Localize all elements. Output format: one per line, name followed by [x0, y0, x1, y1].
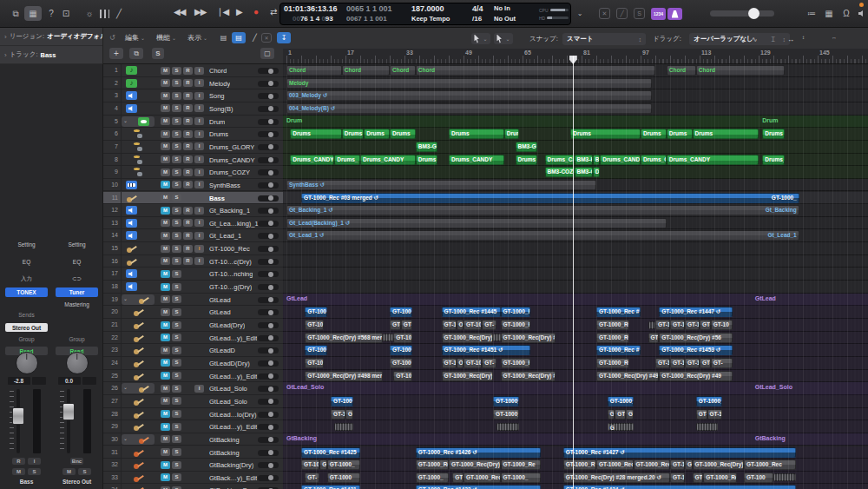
mute-button[interactable]: M	[161, 117, 170, 125]
solo-button[interactable]: S	[78, 468, 91, 475]
region[interactable]: GT-1	[670, 358, 685, 368]
track-volume-slider[interactable]	[258, 271, 279, 277]
region[interactable]: Drums	[693, 129, 760, 139]
region[interactable]: GT-1000_Rec #1451 ↺	[442, 345, 530, 355]
region[interactable]: Gt_Lead_1 ↺Gt_Lead_1	[286, 230, 799, 241]
region[interactable]: G	[685, 459, 693, 470]
region[interactable]: GT-1000_Rec(Dry) #49	[659, 371, 733, 381]
region[interactable]: GT-1000_Rec(Dry) #498	[501, 371, 556, 381]
track-volume-slider[interactable]	[258, 322, 279, 328]
forward-button[interactable]: ▶▶	[194, 7, 206, 17]
region[interactable]: GT-1000_R	[501, 320, 530, 330]
track-header-options-button[interactable]: ▢	[260, 48, 274, 59]
region[interactable]: BM3-GLO	[416, 142, 438, 152]
mute-button[interactable]: M	[161, 385, 170, 393]
track-volume-slider[interactable]	[258, 246, 279, 252]
mute-button[interactable]: M	[161, 169, 170, 176]
duplicate-track-button[interactable]: ⧉	[129, 48, 143, 59]
region[interactable]	[648, 321, 656, 329]
track-volume-slider[interactable]	[258, 233, 279, 239]
mute-button[interactable]: M	[161, 194, 170, 202]
region[interactable]: GT-10	[442, 320, 457, 330]
solo-button[interactable]: S	[172, 334, 181, 341]
region[interactable]: Drums_CANDY	[449, 155, 504, 165]
waveform-zoom-icon[interactable]: ∿	[748, 34, 760, 45]
track-volume-slider[interactable]	[258, 462, 279, 468]
region[interactable]: GT-100	[744, 472, 773, 483]
input-monitor-button[interactable]: I	[194, 257, 204, 265]
region[interactable]: GT-1	[685, 320, 700, 330]
region[interactable]	[496, 423, 519, 431]
region[interactable]: Drums_	[334, 155, 360, 165]
region[interactable]: Drums_C	[416, 155, 438, 165]
region[interactable]: GT-1000_Rec(Dr	[464, 472, 501, 483]
region[interactable]: GT-	[482, 358, 496, 368]
region[interactable]: GT-1000_Rec #	[596, 345, 641, 355]
mute-button[interactable]: M	[161, 321, 170, 329]
solo-button[interactable]: S	[172, 142, 181, 150]
region[interactable]: GT-10	[301, 459, 319, 470]
region[interactable]: GT-	[482, 320, 496, 330]
metronome-button[interactable]	[667, 8, 682, 20]
toolbar-toggle-icon[interactable]: ⊡	[59, 6, 73, 21]
track-header-row[interactable]: 28MSGtLead…lo(Dry)	[103, 408, 283, 421]
input-monitor-button[interactable]: I	[194, 155, 204, 163]
region[interactable]: GT	[452, 472, 464, 483]
solo-button[interactable]: S	[172, 283, 181, 291]
region[interactable]: GT-1000_Rec(Dr	[703, 472, 736, 483]
track-header-row[interactable]: 14MSRIGt_Lead_1	[103, 229, 283, 242]
region[interactable]: GT-1000_Rec(Dry) #4	[442, 371, 494, 381]
mute-button[interactable]: M	[161, 423, 170, 431]
region[interactable]: Chord	[696, 65, 785, 76]
solo-button[interactable]: S	[172, 461, 181, 469]
insert-plugin-2-button[interactable]: Mastering	[56, 300, 98, 308]
region[interactable]: GT-1000_R	[305, 307, 327, 317]
track-volume-slider[interactable]	[258, 182, 279, 188]
region[interactable]	[383, 334, 394, 341]
track-volume-slider[interactable]	[258, 475, 279, 481]
solo-button[interactable]: S	[172, 359, 181, 367]
region[interactable]: GT-1000_	[493, 409, 519, 420]
region[interactable]: G	[319, 459, 327, 470]
event-list-icon[interactable]: ≔	[806, 6, 818, 21]
region[interactable]: GT-1000_R	[501, 307, 530, 317]
solo-button[interactable]: S	[28, 468, 41, 475]
mute-button[interactable]: M	[161, 92, 170, 100]
insert-plugin-button[interactable]: Tuner	[56, 287, 98, 297]
track-header-row[interactable]: 31MSGtBacking	[103, 446, 283, 459]
track-volume-slider[interactable]	[258, 259, 279, 265]
mute-button[interactable]: M	[161, 245, 170, 253]
track-volume-slider[interactable]	[258, 412, 279, 418]
track-volume-slider[interactable]	[258, 131, 279, 137]
track-header-row[interactable]: 17MSGT-10…nching	[103, 268, 283, 281]
solo-button[interactable]: S	[172, 372, 181, 380]
mute-button[interactable]: M	[161, 270, 170, 278]
region[interactable]	[493, 334, 501, 341]
region[interactable]: D	[593, 167, 601, 177]
region[interactable]: Drums	[762, 129, 785, 139]
mute-button[interactable]: M	[161, 334, 170, 341]
mute-button[interactable]: M	[161, 207, 170, 215]
solo-button[interactable]: S	[172, 117, 181, 125]
region-inspector-header[interactable]: › リージョン: オーディオデフォルト	[0, 28, 102, 46]
region[interactable]: GT-1	[670, 320, 685, 330]
record-enable-button[interactable]: R	[183, 181, 193, 188]
mute-button[interactable]: M	[161, 295, 170, 303]
solo-button[interactable]: S	[172, 207, 181, 215]
track-header-row[interactable]: 13MSRIGt_Lea…king)_1	[103, 217, 283, 230]
disclosure-chevron-icon[interactable]: ⌄	[123, 295, 128, 301]
mute-button[interactable]: M	[161, 435, 170, 443]
bar-ruler[interactable]: 1173349658197113129145	[283, 49, 868, 64]
library-panel-icon[interactable]: ⧉	[9, 6, 23, 21]
fader-cap[interactable]	[12, 407, 24, 425]
input-monitor-button[interactable]: I	[194, 219, 204, 227]
region[interactable]: GT-	[608, 409, 615, 420]
mute-button[interactable]: M	[161, 219, 170, 227]
region[interactable]: GT-1000_Re	[390, 345, 412, 355]
record-enable-button[interactable]: R	[183, 142, 193, 150]
region[interactable]: SynthBass ↺	[286, 180, 596, 190]
cycle-button[interactable]: ⇄	[270, 7, 276, 17]
track-volume-slider[interactable]	[258, 284, 279, 290]
region[interactable]: Drums_CA	[545, 155, 575, 165]
region[interactable]: Drums	[342, 129, 365, 139]
